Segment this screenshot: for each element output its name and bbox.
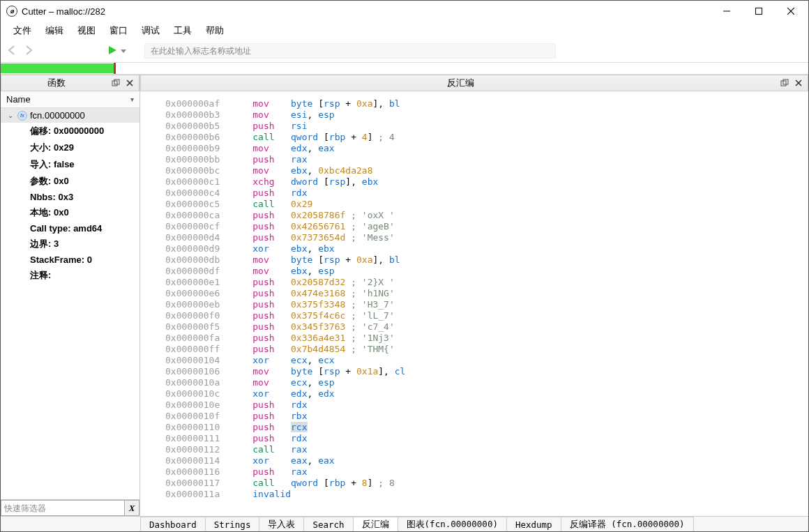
bottom-tabbar: DashboardStrings导入表Search反汇编图表(fcn.00000… (1, 516, 808, 531)
bottom-tab[interactable]: 反编译器 (fcn.00000000) (561, 517, 694, 531)
disassembly-panel: 反汇编 0x000000af mov byte [rsp + 0xa], bl … (140, 75, 808, 516)
functions-panel-header: 函数 (1, 75, 139, 91)
function-name-label: fcn.00000000 (30, 110, 85, 121)
expand-icon[interactable]: ⌄ (8, 112, 15, 119)
function-tree-item[interactable]: ⌄fxfcn.00000000 (1, 108, 139, 123)
run-button[interactable] (107, 45, 118, 58)
svg-marker-4 (109, 46, 116, 54)
quick-filter-clear-button[interactable]: X (124, 500, 139, 516)
menu-item[interactable]: 调试 (135, 23, 167, 38)
toolbar: 在此处输入标志名称或地址 (1, 40, 808, 62)
menu-item[interactable]: 工具 (167, 23, 199, 38)
titlebar: ⌀ Cutter – malloc://282 (1, 1, 808, 22)
panel-float-icon[interactable] (778, 77, 791, 89)
column-name-label: Name (6, 94, 31, 105)
functions-panel-title: 函数 (4, 77, 108, 89)
function-icon: fx (17, 111, 27, 121)
functions-column-header[interactable]: Name ▾ (1, 91, 139, 108)
window-title: Cutter – malloc://282 (22, 6, 711, 17)
disassembly-view[interactable]: 0x000000af mov byte [rsp + 0xa], bl 0x00… (140, 91, 808, 516)
disassembly-panel-title: 反汇编 (144, 77, 777, 89)
function-property: 导入: false (1, 156, 139, 173)
function-property: Call type: amd64 (1, 221, 139, 236)
function-property: 注释: (1, 267, 139, 284)
file-overview-strip[interactable] (1, 62, 808, 75)
maximize-button[interactable] (743, 1, 775, 22)
nav-back-button[interactable] (6, 45, 19, 57)
svg-rect-1 (756, 8, 762, 15)
menu-item[interactable]: 文件 (6, 23, 38, 38)
menubar: 文件编辑视图窗口调试工具帮助 (1, 22, 808, 40)
nav-forward-button[interactable] (23, 45, 36, 57)
function-property: Nbbs: 0x3 (1, 190, 139, 204)
bottom-tab[interactable]: Search (303, 517, 353, 531)
bottom-tab[interactable]: Hexdump (506, 517, 561, 531)
menu-item[interactable]: 窗口 (103, 23, 135, 38)
bottom-tab[interactable]: 导入表 (259, 517, 304, 531)
functions-tree[interactable]: ⌄fxfcn.00000000偏移: 0x00000000大小: 0x29导入:… (1, 108, 139, 499)
chevron-down-icon: ▾ (130, 96, 134, 103)
close-button[interactable] (775, 1, 807, 22)
function-property: 本地: 0x0 (1, 204, 139, 221)
function-property: 参数: 0x0 (1, 173, 139, 190)
disassembly-panel-header: 反汇编 (140, 75, 808, 91)
panel-float-icon[interactable] (109, 77, 122, 89)
function-property: 大小: 0x29 (1, 139, 139, 156)
bottom-tab[interactable]: Dashboard (140, 517, 206, 531)
quick-filter-input[interactable] (1, 500, 124, 516)
minimize-button[interactable] (711, 1, 743, 22)
run-dropdown-icon[interactable] (121, 50, 126, 53)
function-property: 偏移: 0x00000000 (1, 123, 139, 139)
address-input[interactable]: 在此处输入标志名称或地址 (144, 43, 556, 59)
panel-close-icon[interactable] (123, 77, 136, 89)
function-property: StackFrame: 0 (1, 252, 139, 267)
bottom-tab[interactable]: 反汇编 (353, 517, 398, 531)
menu-item[interactable]: 帮助 (199, 23, 231, 38)
bottom-tab[interactable]: 图表(fcn.00000000) (398, 517, 507, 531)
menu-item[interactable]: 视图 (70, 23, 103, 38)
bottom-tab[interactable]: Strings (205, 517, 260, 531)
menu-item[interactable]: 编辑 (38, 23, 70, 38)
panel-close-icon[interactable] (792, 77, 805, 89)
address-placeholder: 在此处输入标志名称或地址 (151, 45, 251, 57)
function-property: 边界: 3 (1, 236, 139, 252)
app-icon: ⌀ (6, 6, 17, 17)
functions-panel: 函数 Name ▾ ⌄fxfcn.00000000偏移: 0x00000000大… (1, 75, 140, 516)
